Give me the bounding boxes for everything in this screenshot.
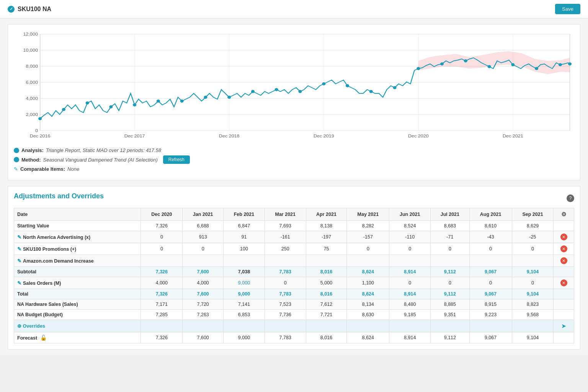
gear-icon[interactable]: ⚙ [561,211,566,217]
svg-point-33 [157,100,160,103]
cell: 9,067 [469,332,512,343]
edit-icon[interactable]: ✎ [17,258,21,264]
header-title: SKU100 NA [8,6,51,13]
cell-action [554,332,574,343]
col-header-feb2021: Feb 2021 [224,208,265,221]
svg-point-31 [109,105,113,108]
cell [469,255,512,267]
cell: 8,915 [469,299,512,310]
delete-icon[interactable]: ✕ [560,245,567,252]
svg-point-34 [180,100,184,103]
svg-point-35 [204,96,207,99]
cell-action[interactable]: ✕ [554,231,574,243]
cell: 7,783 [265,267,306,277]
edit-icon[interactable]: ✎ [17,280,21,286]
overrides-text: Overrides [23,323,45,329]
cell: 7,038 [224,267,265,277]
section-title: Adjustments and Overrides [14,192,104,200]
cell [265,320,306,332]
cell: 9,000 [224,289,265,299]
cell: 8,630 [347,310,389,320]
cell: 0 [469,243,512,255]
chart-container: 12,000 10,000 8,000 6,000 4,000 2,000 0 … [14,30,574,145]
cell: 8,282 [347,221,389,231]
svg-point-50 [559,63,562,66]
cell: 9,000 [224,332,265,343]
total-row: Total 7,326 7,600 9,000 7,783 8,016 8,62… [14,289,574,299]
comparable-value: None [67,166,79,172]
cell: -43 [469,231,512,243]
delete-icon[interactable]: ✕ [560,234,567,240]
analysis-value: Triangle Report, Static MAD over 12 peri… [46,147,161,153]
row-label: ✎Amazon.com Demand Increase [14,255,141,267]
cell [431,255,469,267]
cell: 9,568 [512,310,554,320]
col-header-jan2021: Jan 2021 [183,208,224,221]
cell [469,320,512,332]
analysis-icon [14,148,19,153]
cell-action [554,267,574,277]
cell [389,320,431,332]
cell-action[interactable]: ➤ [554,320,574,332]
add-overrides-icon[interactable]: ⊕ [17,323,21,329]
cell [347,255,389,267]
page-title: SKU100 NA [18,6,51,13]
comparable-edit-icon[interactable]: ✎ [14,166,18,172]
cell: 0 [141,231,183,243]
cell: 0 [431,277,469,289]
cell: 0 [512,243,554,255]
cell: -157 [347,231,389,243]
svg-point-40 [322,82,325,85]
svg-point-51 [568,62,572,65]
edit-icon[interactable]: ✎ [17,234,21,240]
cell: 7,326 [141,289,183,299]
navigate-icon[interactable]: ➤ [561,323,566,329]
save-button[interactable]: Save [555,4,580,14]
col-header-jul2021: Jul 2021 [431,208,469,221]
svg-point-39 [298,90,302,93]
svg-text:Dec 2021: Dec 2021 [503,134,523,139]
cell: 0 [265,277,306,289]
cell-action[interactable]: ✕ [554,277,574,289]
cell: 8,914 [389,267,431,277]
svg-text:6,000: 6,000 [26,80,38,85]
cell [512,255,554,267]
adjustments-section: Adjustments and Overrides ? Date Dec 202… [8,186,580,350]
cell: 7,783 [265,332,306,343]
cell: 8,914 [389,289,431,299]
delete-icon[interactable]: ✕ [560,279,567,286]
cell: -71 [431,231,469,243]
table-row: ✎SKU100 Promotions (+) 0 0 100 250 75 0 … [14,243,574,255]
cell: -197 [306,231,347,243]
cell: 7,600 [183,289,224,299]
cell: 9,351 [431,310,469,320]
cell: 0 [389,277,431,289]
cell: 8,134 [347,299,389,310]
cell [183,320,224,332]
col-header-jun2021: Jun 2021 [389,208,431,221]
cell: 5,000 [306,277,347,289]
edit-icon[interactable]: ✎ [17,246,21,252]
cell-action[interactable]: ✕ [554,255,574,267]
time-series-chart: 12,000 10,000 8,000 6,000 4,000 2,000 0 … [14,30,574,145]
cell: 6,688 [183,221,224,231]
cell: 7,523 [265,299,306,310]
cell: 7,736 [265,310,306,320]
cell: 1,100 [347,277,389,289]
table-row: NA Hardware Sales (Sales) 7,171 7,720 7,… [14,299,574,310]
refresh-button[interactable]: Refresh [163,155,190,164]
cell: 7,141 [224,299,265,310]
method-label: Method: [21,157,41,163]
forecast-label: Forecast 🔓 [14,332,141,343]
help-icon[interactable]: ? [567,194,574,202]
cell: -161 [265,231,306,243]
cell: 9,104 [512,267,554,277]
cell: 9,185 [389,310,431,320]
col-header-mar2021: Mar 2021 [265,208,306,221]
cell: 0 [141,243,183,255]
col-header-dec2020: Dec 2020 [141,208,183,221]
cell: 7,721 [306,310,347,320]
cell [183,255,224,267]
cell-action[interactable]: ✕ [554,243,574,255]
delete-icon[interactable]: ✕ [560,257,567,264]
